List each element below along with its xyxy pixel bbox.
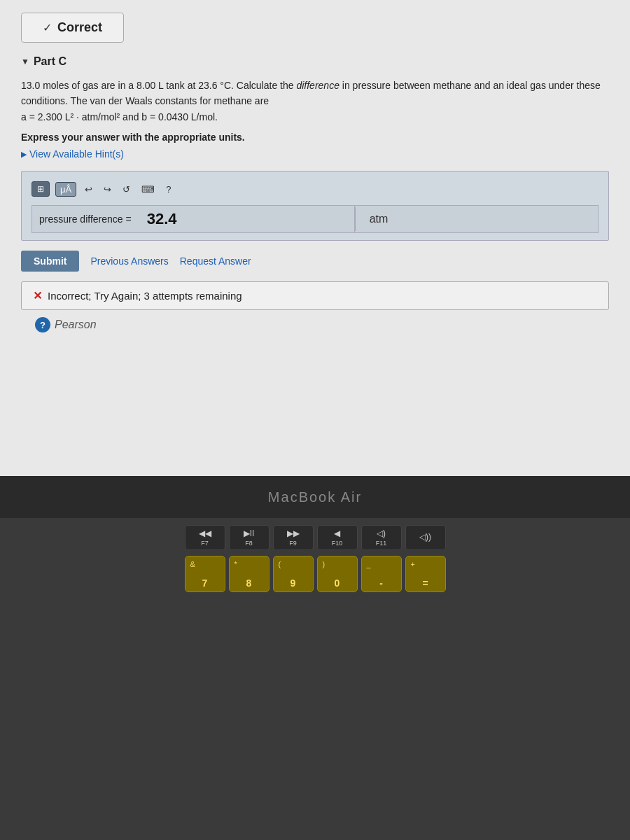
unit-display: atm: [355, 207, 402, 231]
mute-icon: ◀: [334, 528, 340, 538]
key-top-ampersand: &: [190, 560, 195, 568]
fn-key-f9[interactable]: ▶▶ F9: [273, 525, 314, 550]
submit-row: Submit Previous Answers Request Answer: [21, 251, 609, 272]
hint-link[interactable]: ▶ View Available Hint(s): [21, 148, 609, 160]
triangle-icon: ▼: [21, 57, 29, 66]
volume-up-icon: ◁)): [419, 532, 431, 542]
fn-key-f12[interactable]: ◁)): [405, 525, 446, 550]
problem-equation: a = 2.300 L² · atm/mol² and b = 0.0430 L…: [21, 111, 218, 122]
key-plus-equals[interactable]: + =: [405, 556, 446, 592]
key-rparen-0[interactable]: ) 0: [317, 556, 358, 592]
pearson-area: ? Pearson: [35, 317, 609, 332]
answer-box: ⊞ μÅ ↩ ↪ ↺ ⌨ ? pressure difference = atm: [21, 171, 609, 241]
pressure-diff-label: pressure difference =: [32, 208, 139, 230]
problem-text1: 13.0 moles of gas are in a 8.00 L tank a…: [21, 80, 296, 91]
pearson-logo: ?: [35, 317, 50, 332]
undo-icon[interactable]: ↩: [82, 183, 95, 196]
fn-key-row: ◀◀ F7 ▶II F8 ▶▶ F9 ◀ F10 ◁) F11 ◁)): [185, 525, 446, 550]
correct-banner: ✓ Correct: [21, 13, 124, 43]
key-top-plus: +: [411, 560, 415, 568]
fn-key-f7[interactable]: ◀◀ F7: [185, 525, 225, 550]
fn-key-f8[interactable]: ▶II F8: [229, 525, 270, 550]
rewind-icon: ◀◀: [199, 528, 211, 538]
grid-button[interactable]: ⊞: [31, 181, 50, 197]
main-key-row: & 7 * 8 ( 9 ) 0 _ - + =: [185, 556, 446, 592]
play-pause-icon: ▶II: [244, 528, 255, 538]
key-top-rparen: ): [323, 560, 326, 568]
previous-answers-link[interactable]: Previous Answers: [90, 255, 168, 267]
key-bottom-7: 7: [202, 578, 208, 589]
incorrect-banner: ✕ Incorrect; Try Again; 3 attempts remai…: [21, 281, 609, 310]
f9-label: F9: [289, 540, 297, 547]
question-icon[interactable]: ?: [163, 183, 174, 196]
key-top-underscore: _: [367, 560, 371, 568]
redo-icon[interactable]: ↪: [101, 183, 114, 196]
key-bottom-minus: -: [379, 578, 383, 589]
screen: ✓ Correct ▼ Part C 13.0 moles of gas are…: [0, 0, 630, 476]
key-top-asterisk: *: [234, 560, 237, 568]
f11-label: F11: [376, 540, 387, 547]
refresh-icon[interactable]: ↺: [120, 183, 133, 196]
part-c-text: Part C: [34, 55, 66, 68]
fn-key-f11[interactable]: ◁) F11: [361, 525, 402, 550]
keyboard-icon[interactable]: ⌨: [139, 183, 158, 196]
part-c-label: ▼ Part C: [21, 55, 609, 68]
key-ampersand-7[interactable]: & 7: [185, 556, 225, 592]
key-lparen-9[interactable]: ( 9: [273, 556, 314, 592]
key-underscore-minus[interactable]: _ -: [361, 556, 402, 592]
key-top-lparen: (: [279, 560, 281, 568]
submit-button[interactable]: Submit: [21, 251, 79, 272]
input-row: pressure difference = atm: [31, 205, 598, 233]
f8-label: F8: [245, 540, 253, 547]
express-text: Express your answer with the appropriate…: [21, 132, 609, 143]
request-answer-link[interactable]: Request Answer: [180, 255, 251, 267]
laptop-bezel: MacBook Air: [0, 476, 630, 518]
macbook-brand: MacBook Air: [268, 489, 362, 505]
problem-text: 13.0 moles of gas are in a 8.00 L tank a…: [21, 78, 609, 125]
fast-forward-icon: ▶▶: [287, 528, 300, 538]
fn-key-f10[interactable]: ◀ F10: [317, 525, 358, 550]
content-area: ▼ Part C 13.0 moles of gas are in a 8.00…: [0, 43, 630, 340]
key-asterisk-8[interactable]: * 8: [229, 556, 270, 592]
hint-arrow-icon: ▶: [21, 150, 27, 159]
key-bottom-0: 0: [335, 578, 340, 589]
key-bottom-8: 8: [246, 578, 252, 589]
answer-toolbar: ⊞ μÅ ↩ ↪ ↺ ⌨ ?: [31, 181, 598, 197]
f10-label: F10: [332, 540, 343, 547]
mu-button[interactable]: μÅ: [55, 182, 76, 197]
key-bottom-equals: =: [422, 578, 428, 589]
volume-down-icon: ◁): [377, 528, 386, 538]
incorrect-text: Incorrect; Try Again; 3 attempts remaini…: [48, 290, 242, 302]
problem-italic: difference: [296, 80, 339, 91]
answer-input[interactable]: [139, 206, 355, 232]
x-icon: ✕: [33, 289, 42, 302]
keyboard-area: ◀◀ F7 ▶II F8 ▶▶ F9 ◀ F10 ◁) F11 ◁)) & 7: [0, 518, 630, 840]
f7-label: F7: [201, 540, 209, 547]
correct-label: Correct: [57, 20, 102, 35]
hint-label: View Available Hint(s): [29, 148, 124, 160]
key-bottom-9: 9: [290, 578, 296, 589]
pearson-name: Pearson: [55, 318, 97, 331]
check-icon: ✓: [43, 21, 52, 34]
